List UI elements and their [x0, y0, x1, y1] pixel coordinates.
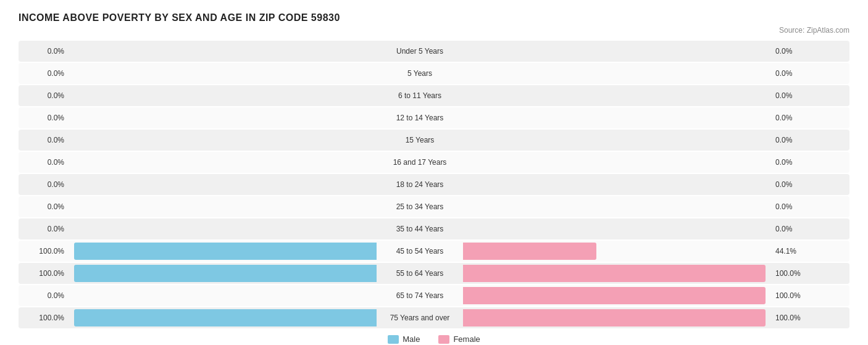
right-value-label: 0.0%: [772, 47, 821, 56]
left-bar-area: [68, 285, 377, 306]
bar-row: 100.0%55 to 64 Years100.0%: [19, 263, 849, 284]
left-value-label: 0.0%: [19, 202, 68, 211]
age-group-label: 75 Years and over: [377, 314, 463, 322]
left-value-label: 0.0%: [19, 136, 68, 144]
right-value-label: 0.0%: [772, 91, 821, 100]
age-group-label: 12 to 14 Years: [377, 114, 463, 122]
right-bar-area: [463, 285, 772, 306]
right-bar-area: [463, 41, 772, 62]
right-value-label: 0.0%: [772, 180, 821, 189]
left-value-label: 100.0%: [19, 314, 68, 322]
right-bar-area: [463, 130, 772, 151]
right-value-label: 0.0%: [772, 225, 821, 233]
right-bar-area: [463, 174, 772, 195]
legend-male-label: Male: [403, 335, 420, 344]
left-value-label: 0.0%: [19, 69, 68, 78]
legend-female: Female: [438, 335, 480, 344]
source: Source: ZipAtlas.com: [19, 26, 849, 35]
bar-row: 0.0%35 to 44 Years0.0%: [19, 218, 849, 239]
left-value-label: 0.0%: [19, 47, 68, 56]
left-bar-area: [68, 241, 377, 262]
bar-row: 0.0%12 to 14 Years0.0%: [19, 107, 849, 128]
age-group-label: 16 and 17 Years: [377, 158, 463, 167]
right-value-label: 100.0%: [772, 291, 821, 300]
left-bar-area: [68, 196, 377, 217]
male-bar: [74, 243, 377, 260]
right-value-label: 0.0%: [772, 69, 821, 78]
bar-row: 0.0%65 to 74 Years100.0%: [19, 285, 849, 306]
bar-row: 0.0%6 to 11 Years0.0%: [19, 85, 849, 106]
left-bar-area: [68, 41, 377, 62]
female-bar: [463, 287, 766, 304]
age-group-label: Under 5 Years: [377, 47, 463, 56]
right-value-label: 100.0%: [772, 314, 821, 322]
left-value-label: 0.0%: [19, 180, 68, 189]
left-value-label: 100.0%: [19, 247, 68, 256]
right-value-label: 0.0%: [772, 114, 821, 122]
legend-male-box: [388, 335, 399, 344]
left-bar-area: [68, 63, 377, 84]
bar-row: 0.0%18 to 24 Years0.0%: [19, 174, 849, 195]
left-value-label: 100.0%: [19, 269, 68, 278]
left-bar-area: [68, 174, 377, 195]
right-bar-area: [463, 307, 772, 328]
right-value-label: 100.0%: [772, 269, 821, 278]
right-bar-area: [463, 196, 772, 217]
bar-row: 0.0%16 and 17 Years0.0%: [19, 152, 849, 173]
right-value-label: 44.1%: [772, 247, 821, 256]
female-bar: [463, 309, 766, 326]
left-value-label: 0.0%: [19, 225, 68, 233]
legend: Male Female: [19, 335, 849, 344]
left-value-label: 0.0%: [19, 158, 68, 167]
legend-female-label: Female: [453, 335, 480, 344]
female-bar: [463, 243, 596, 260]
right-value-label: 0.0%: [772, 136, 821, 144]
left-value-label: 0.0%: [19, 91, 68, 100]
left-bar-area: [68, 307, 377, 328]
bar-row: 0.0%25 to 34 Years0.0%: [19, 196, 849, 217]
age-group-label: 35 to 44 Years: [377, 225, 463, 233]
age-group-label: 25 to 34 Years: [377, 202, 463, 211]
age-group-label: 18 to 24 Years: [377, 180, 463, 189]
left-bar-area: [68, 85, 377, 106]
right-bar-area: [463, 263, 772, 284]
left-value-label: 0.0%: [19, 114, 68, 122]
right-bar-area: [463, 85, 772, 106]
female-bar: [463, 265, 766, 282]
left-bar-area: [68, 107, 377, 128]
right-bar-area: [463, 63, 772, 84]
age-group-label: 5 Years: [377, 69, 463, 78]
male-bar: [74, 265, 377, 282]
bar-row: 100.0%45 to 54 Years44.1%: [19, 241, 849, 262]
age-group-label: 65 to 74 Years: [377, 291, 463, 300]
right-bar-area: [463, 152, 772, 173]
bar-row: 100.0%75 Years and over100.0%: [19, 307, 849, 328]
left-bar-area: [68, 152, 377, 173]
right-bar-area: [463, 107, 772, 128]
chart-container: 0.0%Under 5 Years0.0%0.0%5 Years0.0%0.0%…: [19, 41, 849, 328]
legend-female-box: [438, 335, 449, 344]
chart-title: INCOME ABOVE POVERTY BY SEX AND AGE IN Z…: [19, 12, 849, 23]
left-value-label: 0.0%: [19, 291, 68, 300]
age-group-label: 15 Years: [377, 136, 463, 144]
bar-row: 0.0%15 Years0.0%: [19, 130, 849, 151]
age-group-label: 55 to 64 Years: [377, 269, 463, 278]
right-bar-area: [463, 241, 772, 262]
age-group-label: 6 to 11 Years: [377, 91, 463, 100]
bar-row: 0.0%5 Years0.0%: [19, 63, 849, 84]
left-bar-area: [68, 130, 377, 151]
left-bar-area: [68, 263, 377, 284]
left-bar-area: [68, 218, 377, 239]
right-bar-area: [463, 218, 772, 239]
bar-row: 0.0%Under 5 Years0.0%: [19, 41, 849, 62]
right-value-label: 0.0%: [772, 202, 821, 211]
legend-male: Male: [388, 335, 420, 344]
age-group-label: 45 to 54 Years: [377, 247, 463, 256]
right-value-label: 0.0%: [772, 158, 821, 167]
male-bar: [74, 309, 377, 326]
